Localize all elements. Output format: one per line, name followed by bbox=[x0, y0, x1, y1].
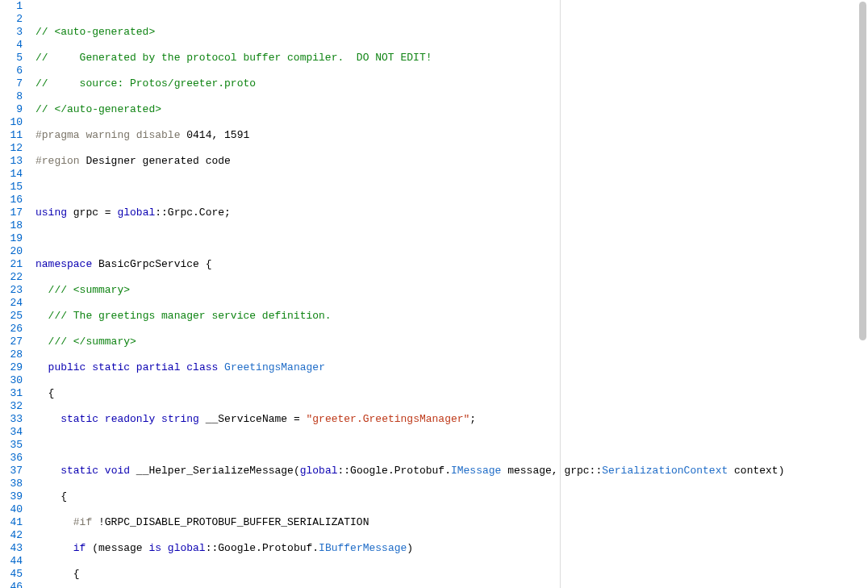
line-number: 23 bbox=[0, 284, 23, 297]
line-number: 15 bbox=[0, 181, 23, 194]
line-number: 43 bbox=[0, 542, 23, 555]
line-number: 35 bbox=[0, 439, 23, 452]
code-line bbox=[27, 439, 868, 452]
line-number: 26 bbox=[0, 323, 23, 336]
line-number: 19 bbox=[0, 232, 23, 245]
code-line bbox=[27, 181, 868, 194]
line-number: 30 bbox=[0, 374, 23, 387]
line-number: 12 bbox=[0, 142, 23, 155]
code-line: { bbox=[27, 490, 868, 503]
line-number: 10 bbox=[0, 116, 23, 129]
line-number: 2 bbox=[0, 13, 23, 26]
line-number: 22 bbox=[0, 271, 23, 284]
line-number: 24 bbox=[0, 297, 23, 310]
code-line: /// <summary> bbox=[27, 284, 868, 297]
code-line: static void __Helper_SerializeMessage(gl… bbox=[27, 465, 868, 477]
line-number: 20 bbox=[0, 245, 23, 258]
code-line: #region Designer generated code bbox=[27, 155, 868, 168]
code-line: static readonly string __ServiceName = "… bbox=[27, 413, 868, 426]
code-line: // </auto-generated> bbox=[27, 103, 868, 116]
line-number: 4 bbox=[0, 39, 23, 52]
line-number: 7 bbox=[0, 77, 23, 90]
line-number: 31 bbox=[0, 387, 23, 400]
line-number: 13 bbox=[0, 155, 23, 168]
line-number: 6 bbox=[0, 65, 23, 77]
line-number: 18 bbox=[0, 219, 23, 232]
code-line: using grpc = global::Grpc.Core; bbox=[27, 206, 868, 219]
line-number: 29 bbox=[0, 361, 23, 374]
line-number: 5 bbox=[0, 52, 23, 65]
line-number: 25 bbox=[0, 310, 23, 323]
code-line: // Generated by the protocol buffer comp… bbox=[27, 52, 868, 65]
code-line: #pragma warning disable 0414, 1591 bbox=[27, 129, 868, 142]
line-number: 39 bbox=[0, 490, 23, 503]
line-number: 37 bbox=[0, 465, 23, 477]
line-number: 44 bbox=[0, 555, 23, 568]
line-number: 8 bbox=[0, 90, 23, 103]
code-line: { bbox=[27, 568, 868, 581]
line-number: 46 bbox=[0, 581, 23, 588]
code-line: public static partial class GreetingsMan… bbox=[27, 361, 868, 374]
code-line: namespace BasicGrpcService { bbox=[27, 258, 868, 271]
line-number: 41 bbox=[0, 516, 23, 529]
code-line: #if !GRPC_DISABLE_PROTOBUF_BUFFER_SERIAL… bbox=[27, 516, 868, 529]
line-number: 38 bbox=[0, 477, 23, 490]
line-number: 36 bbox=[0, 452, 23, 465]
code-line: // <auto-generated> bbox=[27, 26, 868, 39]
line-number: 32 bbox=[0, 400, 23, 413]
code-line: // source: Protos/greeter.proto bbox=[27, 77, 868, 90]
code-line: if (message is global::Google.Protobuf.I… bbox=[27, 542, 868, 555]
code-line bbox=[27, 232, 868, 245]
line-number: 33 bbox=[0, 413, 23, 426]
line-number: 14 bbox=[0, 168, 23, 181]
line-number: 42 bbox=[0, 529, 23, 542]
line-number: 1 bbox=[0, 0, 23, 13]
code-content[interactable]: // <auto-generated> // Generated by the … bbox=[27, 0, 868, 588]
line-number-gutter: 1234567891011121314151617181920212223242… bbox=[0, 0, 27, 588]
line-number: 28 bbox=[0, 348, 23, 361]
code-line: { bbox=[27, 387, 868, 400]
line-number: 11 bbox=[0, 129, 23, 142]
line-number: 9 bbox=[0, 103, 23, 116]
line-number: 16 bbox=[0, 194, 23, 206]
line-number: 34 bbox=[0, 426, 23, 439]
code-editor[interactable]: 1234567891011121314151617181920212223242… bbox=[0, 0, 868, 588]
vertical-scrollbar[interactable] bbox=[859, 2, 866, 340]
line-number: 21 bbox=[0, 258, 23, 271]
line-number: 40 bbox=[0, 503, 23, 516]
line-number: 3 bbox=[0, 26, 23, 39]
code-line: /// </summary> bbox=[27, 336, 868, 348]
code-line: /// The greetings manager service defini… bbox=[27, 310, 868, 323]
line-number: 17 bbox=[0, 206, 23, 219]
line-number: 27 bbox=[0, 336, 23, 348]
line-number: 45 bbox=[0, 568, 23, 581]
